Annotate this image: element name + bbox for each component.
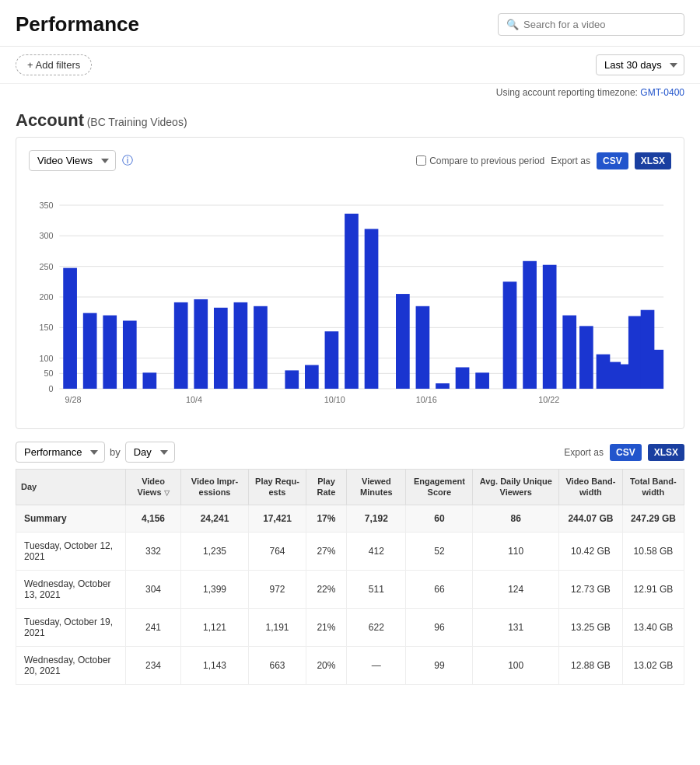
cell-video_impressions: 1,121: [180, 608, 249, 646]
svg-rect-30: [365, 229, 379, 389]
svg-rect-38: [543, 265, 557, 389]
col-video-impressions: Video Impr­ession­s: [180, 470, 249, 505]
svg-text:50: 50: [44, 369, 53, 378]
svg-rect-17: [83, 313, 97, 389]
cell-play_rate: 21%: [306, 608, 347, 646]
svg-text:250: 250: [39, 262, 53, 271]
svg-rect-20: [143, 372, 157, 389]
col-engagement-score: Enga­ge­me­nt Score: [406, 470, 473, 505]
cell-play_requests: 1,191: [249, 608, 306, 646]
svg-rect-25: [254, 306, 268, 389]
account-subtitle: (BC Training Videos): [87, 116, 187, 128]
search-icon: 🔍: [506, 19, 519, 30]
cell-video_bandwidth: 10.42 GB: [559, 532, 623, 570]
table-row: Tuesday, October 12, 20213321,23576427%4…: [16, 532, 684, 570]
svg-rect-40: [579, 326, 593, 389]
cell-engagement_score: 52: [406, 532, 473, 570]
cell-engagement_score: 66: [406, 570, 473, 608]
cell-video_bandwidth: 12.73 GB: [559, 570, 623, 608]
cell-video_views: 241: [126, 608, 180, 646]
table-row: Wednesday, October 13, 20213041,39997222…: [16, 570, 684, 608]
svg-text:9/28: 9/28: [65, 395, 82, 404]
search-input[interactable]: [523, 19, 676, 30]
col-play-requests: Play Requ­ests: [249, 470, 306, 505]
table-left-controls: Performance by Day: [16, 442, 175, 463]
performance-select[interactable]: Performance: [16, 442, 105, 463]
timezone-link[interactable]: GMT-0400: [640, 87, 684, 98]
col-viewed-minutes: View­ed Minut­es: [347, 470, 406, 505]
table-export-csv-button[interactable]: CSV: [610, 444, 642, 461]
svg-text:350: 350: [39, 201, 53, 210]
table-right-controls: Export as CSV XLSX: [564, 444, 684, 461]
svg-text:200: 200: [39, 292, 53, 302]
col-total-bandwidth: Total Band­width: [622, 470, 684, 505]
account-title: Account: [16, 110, 84, 130]
cell-day: Tuesday, October 12, 2021: [16, 532, 126, 570]
sort-icon: ▽: [164, 489, 170, 497]
svg-text:100: 100: [39, 354, 53, 363]
table-section: Performance by Day Export as CSV XLSX Da…: [16, 442, 684, 685]
svg-rect-28: [325, 331, 339, 389]
compare-checkbox-label[interactable]: Compare to previous period: [416, 155, 544, 166]
svg-text:10/10: 10/10: [324, 395, 345, 404]
chart-controls: Video Views ⓘ Compare to previous period…: [29, 150, 671, 171]
search-box[interactable]: 🔍: [498, 13, 684, 36]
export-label: Export as: [551, 155, 590, 166]
chart-right-controls: Compare to previous period Export as CSV…: [416, 152, 671, 169]
chart-left-controls: Video Views ⓘ: [29, 150, 133, 171]
svg-rect-19: [123, 320, 137, 389]
cell-avg_daily_unique: 131: [473, 608, 559, 646]
summary-avg-daily-unique: 86: [473, 505, 559, 532]
cell-viewed_minutes: 511: [347, 570, 406, 608]
svg-rect-46: [653, 350, 663, 389]
summary-video-impressions: 24,241: [180, 505, 249, 532]
day-select[interactable]: Day: [125, 442, 175, 463]
col-video-views[interactable]: Video Views ▽: [126, 470, 180, 505]
cell-play_requests: 972: [249, 570, 306, 608]
cell-video_impressions: 1,235: [180, 532, 249, 570]
info-icon[interactable]: ⓘ: [122, 154, 133, 168]
cell-day: Wednesday, October 13, 2021: [16, 570, 126, 608]
page-header: Performance 🔍: [0, 0, 700, 47]
svg-rect-26: [285, 370, 299, 389]
date-range-select[interactable]: Last 30 days Last 7 days Last 90 days Cu…: [596, 54, 684, 75]
summary-day: Summary: [16, 505, 126, 532]
metric-select[interactable]: Video Views: [29, 150, 116, 171]
cell-total_bandwidth: 10.58 GB: [622, 532, 684, 570]
summary-total-bandwidth: 247.29 GB: [622, 505, 684, 532]
cell-video_impressions: 1,143: [180, 646, 249, 684]
performance-table: Day Video Views ▽ Video Impr­ession­s Pl…: [16, 469, 684, 685]
summary-video-bandwidth: 244.07 GB: [559, 505, 623, 532]
svg-text:10/22: 10/22: [538, 395, 559, 404]
chart-export-csv-button[interactable]: CSV: [597, 152, 628, 169]
cell-viewed_minutes: 622: [347, 608, 406, 646]
table-export-xlsx-button[interactable]: XLSX: [648, 444, 684, 461]
compare-checkbox-input[interactable]: [416, 155, 426, 166]
add-filters-button[interactable]: + Add filters: [16, 54, 92, 75]
cell-engagement_score: 96: [406, 608, 473, 646]
svg-rect-34: [456, 367, 470, 389]
cell-total_bandwidth: 13.40 GB: [622, 608, 684, 646]
chart-container: Video Views ⓘ Compare to previous period…: [16, 137, 684, 429]
svg-rect-35: [475, 372, 489, 389]
table-header-row: Day Video Views ▽ Video Impr­ession­s Pl…: [16, 470, 684, 505]
cell-video_bandwidth: 12.88 GB: [559, 646, 623, 684]
toolbar: + Add filters Last 30 days Last 7 days L…: [0, 47, 700, 84]
cell-video_views: 234: [126, 646, 180, 684]
svg-rect-33: [436, 383, 450, 389]
summary-play-rate: 17%: [306, 505, 347, 532]
svg-rect-24: [234, 302, 248, 389]
svg-rect-45: [641, 310, 655, 389]
svg-rect-21: [174, 302, 188, 389]
svg-rect-32: [416, 306, 430, 389]
cell-avg_daily_unique: 110: [473, 532, 559, 570]
cell-video_impressions: 1,399: [180, 570, 249, 608]
svg-text:150: 150: [39, 323, 53, 332]
cell-avg_daily_unique: 100: [473, 646, 559, 684]
cell-viewed_minutes: —: [347, 646, 406, 684]
cell-day: Wednesday, October 20, 2021: [16, 646, 126, 684]
chart-export-xlsx-button[interactable]: XLSX: [635, 152, 671, 169]
svg-text:10/16: 10/16: [416, 395, 437, 404]
svg-rect-27: [305, 365, 319, 389]
cell-avg_daily_unique: 124: [473, 570, 559, 608]
